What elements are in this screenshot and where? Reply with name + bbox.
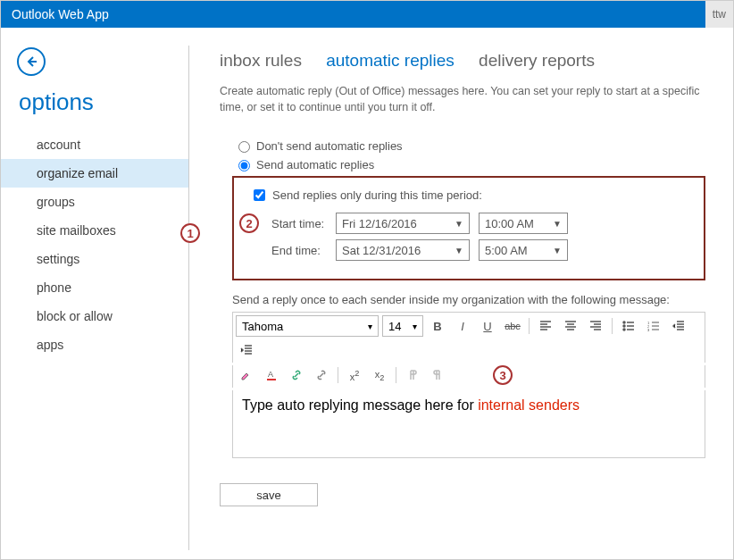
highlight-button[interactable]: [236, 365, 257, 385]
font-select[interactable]: Tahoma ▾: [236, 315, 379, 337]
end-date-value: Sat 12/31/2016: [342, 244, 421, 257]
sidebar-item-organize-email[interactable]: organize email: [1, 159, 188, 188]
remove-link-button[interactable]: [311, 365, 332, 385]
tabs: inbox rules automatic replies delivery r…: [220, 51, 733, 71]
sidebar-item-block-or-allow[interactable]: block or allow: [1, 302, 188, 330]
rtl-icon: [431, 369, 444, 381]
strike-button[interactable]: abc: [502, 316, 523, 336]
caret-down-icon: ▾: [413, 322, 417, 331]
start-time-row: Start time: Fri 12/16/2016 ▼ 10:00 AM ▼: [271, 213, 688, 234]
sidebar-item-phone[interactable]: phone: [1, 273, 188, 302]
radio-send-input[interactable]: [238, 160, 250, 171]
insert-link-button[interactable]: [286, 365, 307, 385]
separator: [396, 367, 396, 383]
highlight-icon: [240, 369, 253, 381]
font-color-button[interactable]: A: [261, 365, 282, 385]
font-size-select[interactable]: 14 ▾: [382, 315, 423, 337]
unlink-icon: [315, 369, 328, 381]
tab-automatic-replies[interactable]: automatic replies: [326, 51, 455, 70]
end-time-select[interactable]: 5:00 AM ▼: [479, 239, 568, 261]
reply-description: Send a reply once to each sender inside …: [232, 293, 733, 306]
back-button[interactable]: [17, 47, 46, 76]
font-size-value: 14: [388, 320, 401, 333]
sidebar: account organize email groups site mailb…: [1, 125, 188, 359]
subscript-icon: x2: [375, 369, 385, 382]
callout-1: 1: [180, 223, 200, 243]
align-center-button[interactable]: [560, 316, 581, 336]
font-color-icon: A: [265, 369, 278, 381]
toolbar-row-1: Tahoma ▾ 14 ▾ B I U abc 123: [232, 313, 705, 363]
options-header: options: [1, 85, 188, 125]
separator: [529, 318, 530, 334]
ltr-icon: [406, 369, 419, 381]
bold-button[interactable]: B: [427, 316, 448, 336]
titlebar: Outlook Web App ttw: [1, 1, 733, 28]
tab-delivery-reports[interactable]: delivery reports: [479, 51, 595, 70]
callout-3: 3: [493, 365, 513, 385]
font-value: Tahoma: [242, 320, 283, 333]
main-panel: inbox rules automatic replies delivery r…: [189, 28, 733, 559]
svg-text:3: 3: [647, 328, 650, 332]
start-time-value: 10:00 AM: [485, 217, 534, 230]
toolbar-row-2: A x2 x2 3: [232, 365, 705, 388]
app-name: Outlook Web App: [12, 7, 109, 21]
indent-button[interactable]: [236, 340, 257, 360]
radio-dont-send-label: Don't send automatic replies: [256, 139, 403, 153]
bold-icon: B: [433, 320, 441, 333]
radio-send-label: Send automatic replies: [256, 158, 374, 171]
start-date-value: Fri 12/16/2016: [342, 217, 417, 230]
underline-icon: U: [483, 320, 491, 333]
start-date-select[interactable]: Fri 12/16/2016 ▼: [336, 213, 470, 234]
arrow-left-icon: [24, 54, 38, 69]
bullet-list-button[interactable]: [618, 316, 639, 336]
caret-down-icon: ▼: [455, 219, 463, 229]
svg-point-2: [623, 329, 625, 330]
align-left-icon: [539, 320, 552, 332]
start-time-label: Start time:: [271, 217, 336, 230]
time-period-box: 2 Send replies only during this time per…: [232, 176, 705, 280]
caret-down-icon: ▼: [553, 246, 562, 255]
sidebar-item-apps[interactable]: apps: [1, 330, 188, 359]
save-button[interactable]: save: [220, 483, 318, 506]
bullet-list-icon: [622, 320, 635, 332]
radio-send[interactable]: Send automatic replies: [234, 157, 733, 171]
align-left-button[interactable]: [535, 316, 556, 336]
start-time-select[interactable]: 10:00 AM ▼: [479, 213, 568, 234]
number-list-icon: 123: [647, 320, 660, 332]
tab-inbox-rules[interactable]: inbox rules: [220, 51, 302, 70]
sidebar-item-groups[interactable]: groups: [1, 188, 188, 216]
sidebar-item-account[interactable]: account: [1, 130, 188, 159]
svg-text:A: A: [268, 370, 273, 379]
end-time-row: End time: Sat 12/31/2016 ▼ 5:00 AM ▼: [271, 239, 688, 261]
ltr-button[interactable]: [402, 365, 423, 385]
time-period-checkbox[interactable]: [254, 189, 265, 201]
superscript-icon: x2: [350, 369, 360, 382]
link-icon: [290, 369, 303, 381]
superscript-button[interactable]: x2: [344, 365, 365, 385]
rtl-button[interactable]: [427, 365, 448, 385]
time-period-checkbox-row[interactable]: Send replies only during this time perio…: [250, 187, 688, 204]
separator: [612, 318, 613, 334]
outdent-button[interactable]: [668, 316, 689, 336]
align-right-button[interactable]: [585, 316, 606, 336]
right-tab[interactable]: ttw: [705, 1, 733, 28]
radio-dont-send-input[interactable]: [238, 141, 250, 153]
time-period-checkbox-label: Send replies only during this time perio…: [272, 188, 482, 202]
number-list-button[interactable]: 123: [643, 316, 664, 336]
editor-body[interactable]: Type auto replying message here for inte…: [232, 390, 705, 458]
end-time-label: End time:: [271, 244, 336, 257]
callout-2: 2: [239, 213, 259, 233]
subscript-button[interactable]: x2: [369, 365, 390, 385]
intro-text: Create automatic reply (Out of Office) m…: [220, 83, 702, 115]
italic-button[interactable]: I: [452, 316, 473, 336]
sidebar-item-site-mailboxes[interactable]: site mailboxes: [1, 216, 188, 245]
sidebar-item-settings[interactable]: settings: [1, 245, 188, 273]
end-date-select[interactable]: Sat 12/31/2016 ▼: [336, 239, 470, 261]
caret-down-icon: ▼: [455, 246, 463, 255]
editor-highlight: internal senders: [478, 397, 580, 413]
underline-button[interactable]: U: [477, 316, 498, 336]
italic-icon: I: [461, 320, 464, 333]
radio-dont-send[interactable]: Don't send automatic replies: [234, 138, 733, 153]
svg-point-1: [623, 325, 625, 327]
separator: [338, 367, 338, 383]
